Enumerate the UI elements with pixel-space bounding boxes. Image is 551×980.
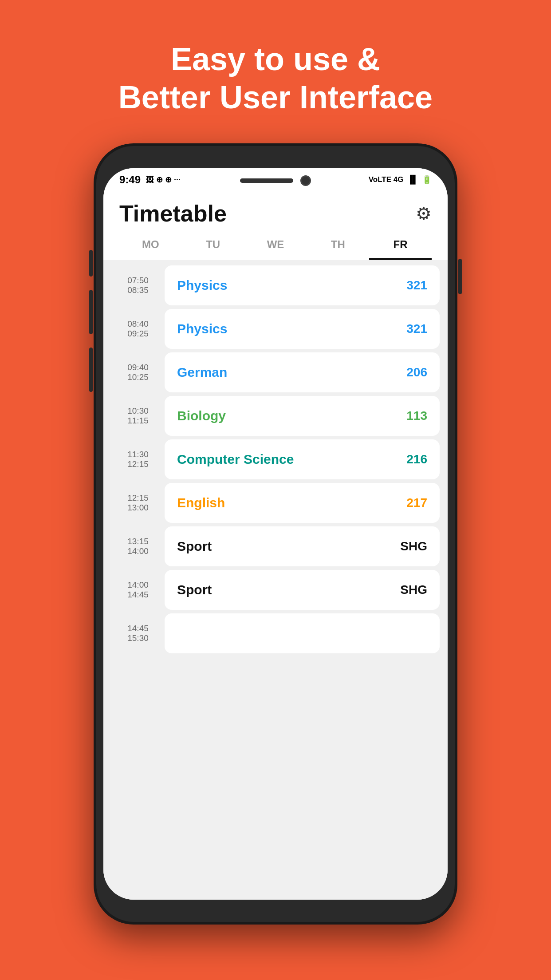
class-name-6: English xyxy=(177,495,225,510)
phone-screen: 9:49 🖼 ⊕ ⊕ ··· VoLTE 4G ▐▌ 🔋 Timetable ⚙… xyxy=(103,168,448,900)
volume-up-button xyxy=(89,290,93,334)
app-title: Timetable xyxy=(119,200,227,227)
headline-line2: Better User Interface xyxy=(118,79,433,115)
class-name-1: Physics xyxy=(177,278,227,293)
power-button xyxy=(458,259,462,294)
day-tabs: MO TU WE TH FR xyxy=(103,227,448,260)
network-icon: VoLTE 4G xyxy=(369,175,404,184)
schedule-row-3[interactable]: 09:40 10:25 German 206 xyxy=(103,352,448,392)
time-block-5: 11:30 12:15 xyxy=(111,450,165,469)
time-block-9: 14:45 15:30 xyxy=(111,624,165,643)
class-name-2: Physics xyxy=(177,321,227,336)
class-card-8[interactable]: Sport SHG xyxy=(165,570,440,610)
schedule-row-6[interactable]: 12:15 13:00 English 217 xyxy=(103,483,448,523)
time-end-4: 11:15 xyxy=(127,416,149,426)
app-header: Timetable ⚙ xyxy=(103,191,448,227)
notification-icons: 🖼 ⊕ ⊕ ··· xyxy=(146,175,181,185)
time-end-3: 10:25 xyxy=(127,372,149,382)
time-start-9: 14:45 xyxy=(127,624,149,633)
time-end-2: 09:25 xyxy=(127,329,149,339)
time-start-4: 10:30 xyxy=(127,406,149,416)
time-block-1: 07:50 08:35 xyxy=(111,276,165,295)
class-name-5: Computer Science xyxy=(177,452,294,467)
time-end-9: 15:30 xyxy=(127,633,149,643)
camera xyxy=(300,175,311,186)
status-right-icons: VoLTE 4G ▐▌ 🔋 xyxy=(369,175,432,185)
class-name-4: Biology xyxy=(177,408,226,423)
class-room-3: 206 xyxy=(406,365,427,379)
mute-button xyxy=(89,250,93,277)
headline: Easy to use & Better User Interface xyxy=(92,40,459,117)
class-card-2[interactable]: Physics 321 xyxy=(165,309,440,349)
time-end-5: 12:15 xyxy=(127,459,149,469)
tab-wednesday[interactable]: WE xyxy=(244,234,307,260)
time-start-1: 07:50 xyxy=(127,276,149,285)
class-room-8: SHG xyxy=(400,583,427,597)
schedule-row-2[interactable]: 08:40 09:25 Physics 321 xyxy=(103,309,448,349)
time-start-5: 11:30 xyxy=(127,450,149,459)
tab-monday[interactable]: MO xyxy=(119,234,182,260)
time-start-2: 08:40 xyxy=(127,319,149,329)
schedule-row-4[interactable]: 10:30 11:15 Biology 113 xyxy=(103,396,448,436)
class-room-4: 113 xyxy=(406,409,427,423)
schedule-row-7[interactable]: 13:15 14:00 Sport SHG xyxy=(103,526,448,566)
time-block-8: 14:00 14:45 xyxy=(111,580,165,600)
class-room-6: 217 xyxy=(406,496,427,510)
class-card-5[interactable]: Computer Science 216 xyxy=(165,439,440,479)
tab-tuesday[interactable]: TU xyxy=(182,234,244,260)
phone-mockup: 9:49 🖼 ⊕ ⊕ ··· VoLTE 4G ▐▌ 🔋 Timetable ⚙… xyxy=(94,143,457,925)
class-card-9[interactable] xyxy=(165,613,440,653)
time-start-3: 09:40 xyxy=(127,363,149,372)
class-card-7[interactable]: Sport SHG xyxy=(165,526,440,566)
time-block-7: 13:15 14:00 xyxy=(111,537,165,556)
speaker xyxy=(240,178,293,183)
time-end-7: 14:00 xyxy=(127,546,149,556)
schedule-row-5[interactable]: 11:30 12:15 Computer Science 216 xyxy=(103,439,448,479)
volume-down-button xyxy=(89,348,93,392)
class-name-8: Sport xyxy=(177,582,212,597)
status-left: 9:49 🖼 ⊕ ⊕ ··· xyxy=(119,174,181,186)
class-room-5: 216 xyxy=(406,452,427,466)
time-end-6: 13:00 xyxy=(127,503,149,513)
class-card-6[interactable]: English 217 xyxy=(165,483,440,523)
class-card-4[interactable]: Biology 113 xyxy=(165,396,440,436)
time-start-8: 14:00 xyxy=(127,580,149,590)
time-block-2: 08:40 09:25 xyxy=(111,319,165,339)
tab-thursday[interactable]: TH xyxy=(307,234,369,260)
class-card-3[interactable]: German 206 xyxy=(165,352,440,392)
time-block-4: 10:30 11:15 xyxy=(111,406,165,426)
schedule-row-8[interactable]: 14:00 14:45 Sport SHG xyxy=(103,570,448,610)
time-start-7: 13:15 xyxy=(127,537,149,546)
class-room-1: 321 xyxy=(406,278,427,292)
time-end-1: 08:35 xyxy=(127,285,149,295)
class-name-7: Sport xyxy=(177,539,212,554)
class-card-1[interactable]: Physics 321 xyxy=(165,265,440,305)
class-room-2: 321 xyxy=(406,322,427,336)
battery-icon: 🔋 xyxy=(422,175,432,185)
time-block-3: 09:40 10:25 xyxy=(111,363,165,382)
schedule-row-9: 14:45 15:30 xyxy=(103,613,448,653)
schedule-row-1[interactable]: 07:50 08:35 Physics 321 xyxy=(103,265,448,305)
status-time: 9:49 xyxy=(119,174,141,186)
class-name-3: German xyxy=(177,365,227,380)
signal-icon: ▐▌ xyxy=(407,175,418,184)
time-end-8: 14:45 xyxy=(127,590,149,600)
tab-friday[interactable]: FR xyxy=(369,234,432,260)
schedule-list: 07:50 08:35 Physics 321 08:40 09:25 Phys… xyxy=(103,260,448,900)
headline-line1: Easy to use & xyxy=(171,41,380,77)
settings-button[interactable]: ⚙ xyxy=(416,203,432,224)
time-block-6: 12:15 13:00 xyxy=(111,493,165,513)
time-start-6: 12:15 xyxy=(127,493,149,503)
class-room-7: SHG xyxy=(400,539,427,553)
